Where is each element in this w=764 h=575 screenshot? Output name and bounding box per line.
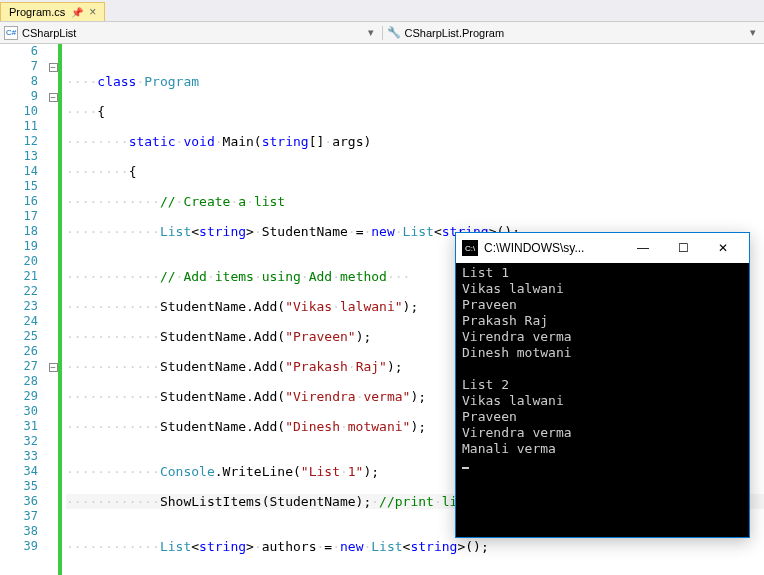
line-number: 27 — [0, 359, 38, 374]
console-titlebar[interactable]: C:\ C:\WINDOWS\sy... — ☐ ✕ — [456, 233, 749, 263]
class-label: CSharpList.Program — [405, 27, 505, 39]
line-number: 18 — [0, 224, 38, 239]
line-number: 33 — [0, 449, 38, 464]
line-number: 13 — [0, 149, 38, 164]
chevron-down-icon: ▾ — [746, 26, 760, 39]
line-number: 28 — [0, 374, 38, 389]
line-number: 34 — [0, 464, 38, 479]
line-number: 38 — [0, 524, 38, 539]
line-number: 12 — [0, 134, 38, 149]
line-number: 8 — [0, 74, 38, 89]
file-tab[interactable]: Program.cs 📌 × — [0, 2, 105, 21]
line-number: 17 — [0, 209, 38, 224]
line-gutter: 6 7 8 9 10 11 12 13 14 15 16 17 18 19 20… — [0, 44, 48, 575]
line-number: 23 — [0, 299, 38, 314]
line-number: 31 — [0, 419, 38, 434]
namespace-dropdown[interactable]: C# CSharpList ▾ — [0, 26, 382, 40]
console-window[interactable]: C:\ C:\WINDOWS\sy... — ☐ ✕ List 1 Vikas … — [455, 232, 750, 538]
line-number: 36 — [0, 494, 38, 509]
close-button[interactable]: ✕ — [703, 234, 743, 262]
nav-bar: C# CSharpList ▾ 🔧 CSharpList.Program ▾ — [0, 22, 764, 44]
fold-column: − − − — [48, 44, 62, 575]
class-dropdown[interactable]: 🔧 CSharpList.Program ▾ — [382, 26, 765, 40]
line-number: 11 — [0, 119, 38, 134]
line-number: 16 — [0, 194, 38, 209]
line-number: 6 — [0, 44, 38, 59]
line-number: 7 — [0, 59, 38, 74]
fold-icon[interactable]: − — [49, 93, 58, 102]
minimize-button[interactable]: — — [623, 234, 663, 262]
pin-icon[interactable]: 📌 — [71, 7, 83, 18]
console-output[interactable]: List 1 Vikas lalwani Praveen Prakash Raj… — [456, 263, 749, 537]
line-number: 39 — [0, 539, 38, 554]
tab-label: Program.cs — [9, 6, 65, 18]
line-number: 24 — [0, 314, 38, 329]
close-icon[interactable]: × — [89, 5, 96, 19]
line-number: 26 — [0, 344, 38, 359]
line-number: 32 — [0, 434, 38, 449]
line-number: 22 — [0, 284, 38, 299]
line-number: 21 — [0, 269, 38, 284]
wrench-icon: 🔧 — [387, 26, 401, 40]
cmd-icon: C:\ — [462, 240, 478, 256]
console-title: C:\WINDOWS\sy... — [484, 241, 623, 255]
tab-bar: Program.cs 📌 × — [0, 0, 764, 22]
line-number: 37 — [0, 509, 38, 524]
fold-icon[interactable]: − — [49, 63, 58, 72]
line-number: 35 — [0, 479, 38, 494]
cursor-icon — [462, 467, 469, 469]
maximize-button[interactable]: ☐ — [663, 234, 703, 262]
line-number: 19 — [0, 239, 38, 254]
line-number: 9 — [0, 89, 38, 104]
fold-icon[interactable]: − — [49, 363, 58, 372]
line-number: 29 — [0, 389, 38, 404]
chevron-down-icon: ▾ — [364, 26, 378, 39]
line-number: 25 — [0, 329, 38, 344]
line-number: 30 — [0, 404, 38, 419]
namespace-label: CSharpList — [22, 27, 76, 39]
line-number: 14 — [0, 164, 38, 179]
line-number: 10 — [0, 104, 38, 119]
csharp-icon: C# — [4, 26, 18, 40]
line-number: 15 — [0, 179, 38, 194]
line-number: 20 — [0, 254, 38, 269]
